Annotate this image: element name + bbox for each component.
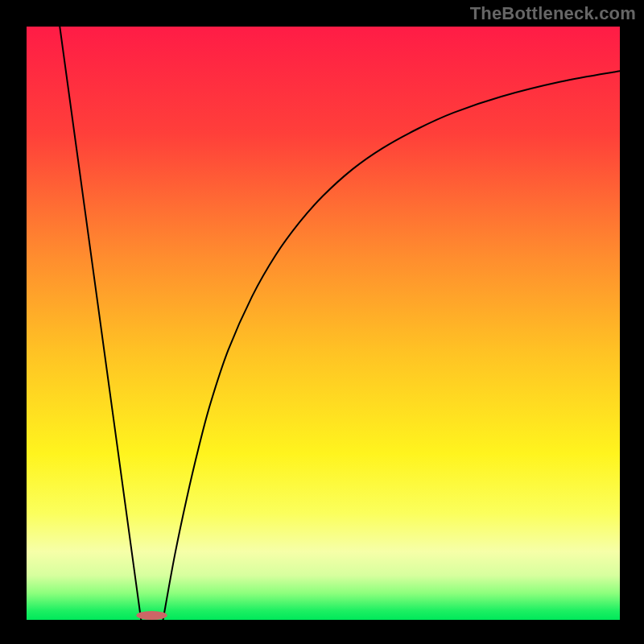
plot-area (27, 27, 620, 620)
watermark-text: TheBottleneck.com (470, 3, 636, 24)
bottom-marker (136, 611, 167, 620)
chart-frame: TheBottleneck.com (0, 0, 644, 644)
gradient-background (27, 27, 620, 620)
chart-svg (27, 27, 620, 620)
